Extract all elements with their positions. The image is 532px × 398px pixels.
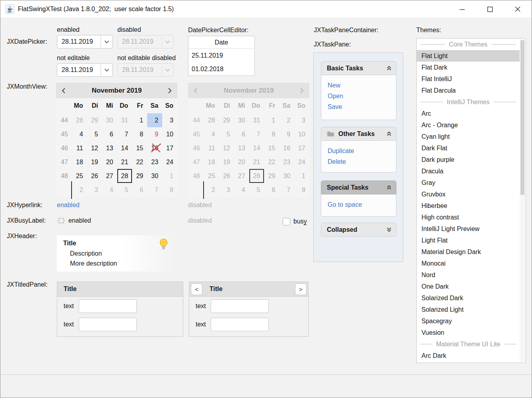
theme-item[interactable]: Dark Flat (417, 142, 520, 154)
theme-item[interactable]: Nord (417, 269, 520, 281)
day-cell[interactable]: 15 (132, 141, 147, 155)
theme-item[interactable]: Flat Dark (417, 62, 520, 73)
day-cell[interactable]: 16 (147, 141, 162, 155)
close-window-button[interactable] (504, 0, 532, 18)
collapse-chevron-icon[interactable] (386, 185, 392, 190)
theme-item[interactable]: High contrast (417, 212, 520, 223)
next-button[interactable]: > (295, 283, 307, 295)
checkbox-busy-box[interactable] (283, 218, 290, 225)
table-cell-date[interactable]: 01.02.2018 (188, 62, 254, 76)
minimize-button[interactable] (448, 0, 476, 18)
day-cell[interactable]: 31 (117, 113, 132, 127)
maximize-button[interactable] (476, 0, 504, 18)
cell-editor-table[interactable]: Date 25.11.201901.02.2018 (188, 36, 255, 76)
prev-button[interactable]: < (191, 283, 202, 295)
hyperlink-enabled[interactable]: enabled (57, 202, 80, 209)
task-link[interactable]: Save (328, 101, 396, 112)
day-cell[interactable]: 30 (102, 113, 117, 127)
checkbox-busy[interactable]: busy (283, 217, 307, 225)
day-cell[interactable]: 28 (72, 113, 87, 127)
theme-item[interactable]: Solarized Dark (417, 292, 520, 304)
day-cell[interactable]: 4 (72, 127, 87, 141)
day-cell[interactable]: 18 (72, 155, 87, 169)
scrollbar[interactable] (520, 39, 525, 362)
day-cell[interactable]: 24 (162, 155, 177, 169)
theme-item[interactable]: Arc Dark (417, 350, 520, 361)
theme-item[interactable]: Gruvbox (417, 188, 520, 200)
day-cell[interactable]: 19 (87, 155, 102, 169)
theme-item[interactable]: Arc (417, 108, 520, 119)
day-cell[interactable]: 17 (162, 141, 177, 155)
theme-item[interactable]: Gray (417, 177, 520, 188)
theme-item[interactable]: Flat IntelliJ (417, 73, 520, 85)
theme-item[interactable]: Vuesion (417, 327, 520, 338)
day-cell[interactable]: 12 (87, 141, 102, 155)
day-cell[interactable]: 3 (162, 113, 177, 127)
prev-month-button[interactable] (56, 87, 71, 94)
theme-item[interactable]: Dracula (417, 165, 520, 177)
theme-item[interactable]: One Dark (417, 281, 520, 292)
day-cell[interactable]: 1 (162, 169, 177, 183)
text-input[interactable] (79, 299, 137, 313)
datepicker-enabled[interactable]: 28.11.2019 (57, 35, 113, 49)
theme-item[interactable]: Material Design Dark (417, 246, 520, 258)
day-cell[interactable]: 2 (72, 183, 87, 197)
chevron-down-icon[interactable] (101, 64, 113, 76)
day-cell[interactable]: 10 (162, 127, 177, 141)
theme-item[interactable]: IntelliJ Light Preview (417, 223, 520, 235)
taskpane-header[interactable]: Collapsed (321, 223, 396, 237)
day-cell[interactable]: 14 (117, 141, 132, 155)
chevron-down-icon[interactable] (101, 35, 113, 48)
theme-item[interactable]: Arc - Orange (417, 119, 520, 131)
day-cell[interactable]: 26 (87, 169, 102, 183)
day-cell[interactable]: 28 (117, 169, 132, 183)
day-cell[interactable]: 11 (72, 141, 87, 155)
day-cell[interactable]: 7 (117, 127, 132, 141)
theme-item[interactable]: Flat Darcula (417, 85, 520, 96)
theme-item[interactable]: Dark purple (417, 154, 520, 165)
day-cell[interactable]: 25 (72, 169, 87, 183)
task-link[interactable]: Delete (328, 156, 396, 167)
day-cell[interactable]: 2 (147, 113, 162, 127)
collapse-chevron-icon[interactable] (386, 131, 392, 136)
day-cell[interactable]: 8 (162, 183, 177, 197)
day-cell[interactable]: 9 (147, 127, 162, 141)
day-cell[interactable]: 8 (132, 127, 147, 141)
scrollbar-thumb[interactable] (520, 40, 524, 195)
day-cell[interactable]: 6 (132, 183, 147, 197)
text-input[interactable] (79, 318, 137, 331)
day-cell[interactable]: 7 (147, 183, 162, 197)
day-cell[interactable]: 20 (102, 155, 117, 169)
expand-chevron-icon[interactable] (386, 227, 392, 232)
taskpane-header[interactable]: Special Tasks (321, 181, 396, 194)
day-cell[interactable]: 22 (132, 155, 147, 169)
taskpane-header[interactable]: Other Tasks (321, 127, 396, 141)
text-input[interactable] (211, 318, 269, 331)
day-cell[interactable]: 1 (132, 113, 147, 127)
day-cell[interactable]: 6 (102, 127, 117, 141)
collapse-chevron-icon[interactable] (386, 66, 392, 71)
day-cell[interactable]: 4 (102, 183, 117, 197)
day-cell[interactable]: 21 (117, 155, 132, 169)
table-cell-date[interactable]: 25.11.2019 (188, 49, 254, 62)
day-cell[interactable]: 3 (87, 183, 102, 197)
day-cell[interactable]: 13 (102, 141, 117, 155)
task-link[interactable]: New (328, 80, 396, 91)
day-cell[interactable]: 29 (132, 169, 147, 183)
theme-item[interactable]: Monocai (417, 258, 520, 269)
theme-item[interactable]: Solarized Light (417, 304, 520, 315)
day-cell[interactable]: 30 (147, 169, 162, 183)
day-cell[interactable]: 5 (117, 183, 132, 197)
theme-item[interactable]: Cyan light (417, 131, 520, 142)
task-link[interactable]: Open (328, 91, 396, 101)
taskpane-header[interactable]: Basic Tasks (321, 61, 396, 75)
day-cell[interactable]: 27 (102, 169, 117, 183)
theme-item[interactable]: Light Flat (417, 235, 520, 246)
themes-list[interactable]: Core ThemesFlat LightFlat DarkFlat Intel… (416, 38, 526, 363)
task-link[interactable]: Duplicate (328, 146, 396, 156)
day-cell[interactable]: 5 (87, 127, 102, 141)
next-month-button[interactable] (162, 87, 177, 94)
day-cell[interactable]: 23 (147, 155, 162, 169)
day-cell[interactable]: 29 (87, 113, 102, 127)
theme-item[interactable]: Hiberbee (417, 200, 520, 212)
